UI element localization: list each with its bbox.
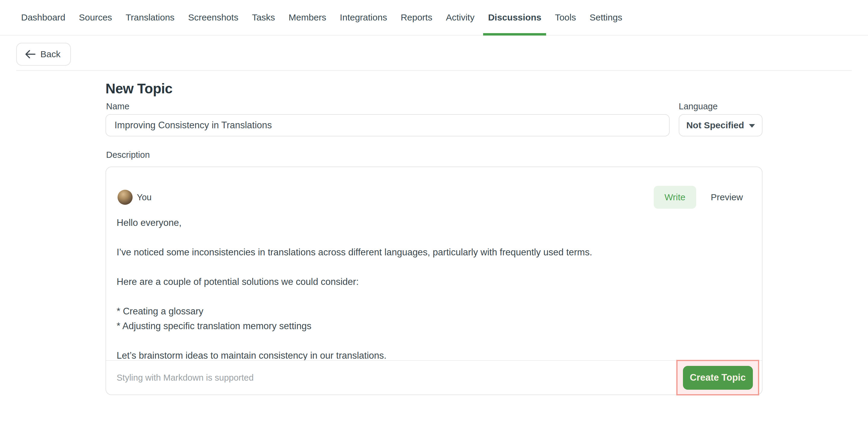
tab-discussions[interactable]: Discussions [488, 0, 541, 35]
tab-tasks[interactable]: Tasks [252, 0, 275, 35]
tab-tools[interactable]: Tools [555, 0, 576, 35]
language-dropdown-value: Not Specified [686, 120, 744, 130]
back-button[interactable]: Back [16, 43, 71, 66]
tab-translations[interactable]: Translations [126, 0, 175, 35]
tab-sources[interactable]: Sources [79, 0, 112, 35]
name-label: Name [106, 101, 129, 111]
tab-write[interactable]: Write [654, 186, 696, 209]
editor-header: You Write Preview [106, 167, 762, 215]
editor-footer: Styling with Markdown is supported [106, 360, 762, 394]
chevron-down-icon [749, 124, 755, 128]
page-title: New Topic [105, 80, 173, 97]
author-name: You [137, 192, 152, 202]
tab-integrations[interactable]: Integrations [340, 0, 387, 35]
tab-members[interactable]: Members [289, 0, 327, 35]
tab-preview[interactable]: Preview [711, 192, 743, 202]
arrow-left-icon [25, 50, 36, 59]
tab-activity[interactable]: Activity [446, 0, 474, 35]
new-topic-page: Dashboard Sources Translations Screensho… [0, 0, 868, 421]
description-editor-card: You Write Preview Hello everyone, I’ve n… [105, 166, 763, 395]
description-textarea[interactable]: Hello everyone, I’ve noticed some incons… [117, 215, 751, 363]
back-button-label: Back [40, 49, 61, 59]
tab-reports[interactable]: Reports [401, 0, 432, 35]
tab-settings[interactable]: Settings [590, 0, 622, 35]
header-divider [16, 70, 852, 71]
project-tab-bar: Dashboard Sources Translations Screensho… [0, 0, 868, 36]
markdown-hint: Styling with Markdown is supported [117, 373, 254, 383]
annotation-highlight-box: Create Topic [676, 360, 759, 395]
tab-dashboard[interactable]: Dashboard [21, 0, 65, 35]
avatar [118, 190, 133, 205]
language-dropdown[interactable]: Not Specified [679, 114, 763, 136]
language-label: Language [679, 101, 718, 111]
topic-name-input[interactable] [105, 114, 670, 136]
description-label: Description [106, 150, 150, 160]
tab-screenshots[interactable]: Screenshots [188, 0, 239, 35]
create-topic-button[interactable]: Create Topic [683, 366, 753, 390]
